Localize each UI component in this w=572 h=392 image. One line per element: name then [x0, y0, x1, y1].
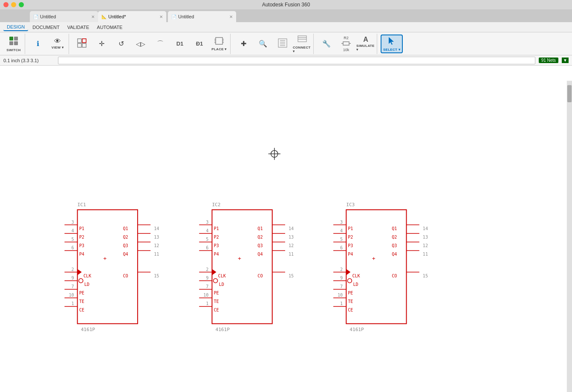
- menu-validate[interactable]: VALIDATE: [64, 24, 93, 31]
- view-button[interactable]: 👁 VIEW ▾: [48, 35, 67, 53]
- svg-text:5: 5: [206, 237, 208, 242]
- tab-3-icon: 📄: [171, 14, 176, 19]
- zoom-icon: 🔍: [259, 40, 267, 47]
- toolbar-group-view: ℹ 👁 VIEW ▾: [27, 34, 69, 54]
- svg-text:3: 3: [206, 220, 208, 225]
- close-button[interactable]: [3, 2, 9, 7]
- eye-icon: 👁: [54, 38, 61, 45]
- svg-text:7: 7: [340, 284, 343, 289]
- place-d1b-button[interactable]: Ð1: [190, 35, 209, 53]
- view-info-button[interactable]: ℹ: [29, 35, 47, 53]
- tab-2-close[interactable]: ✕: [159, 14, 163, 19]
- resistor-button[interactable]: R2 10k: [337, 35, 355, 53]
- rotate-button[interactable]: ↺: [112, 35, 130, 53]
- svg-rect-5: [82, 39, 86, 43]
- svg-text:5: 5: [340, 237, 343, 242]
- svg-text:6: 6: [206, 245, 208, 250]
- resistor-label-top: R2: [344, 36, 349, 40]
- nets-dropdown[interactable]: ▼: [562, 58, 569, 63]
- svg-text:3: 3: [340, 220, 343, 225]
- ic3-vcc-plus: +: [372, 255, 376, 262]
- app-title: Autodesk Fusion 360: [262, 2, 310, 8]
- minimize-button[interactable]: [11, 2, 16, 7]
- rotate-icon: ↺: [118, 40, 124, 47]
- view-label: VIEW ▾: [52, 46, 64, 49]
- ic1-pin7-num: 7: [71, 284, 74, 289]
- svg-rect-0: [9, 37, 13, 40]
- svg-text:12: 12: [423, 243, 428, 248]
- toolbar-group-simulate: 🔧 R2 10k A SIMULATE ▾: [315, 34, 377, 54]
- svg-marker-26: [389, 37, 394, 45]
- ic2-part-label: 4161P: [216, 327, 230, 332]
- ic1-ld-circle: [79, 279, 83, 283]
- svg-text:Q4: Q4: [392, 252, 397, 257]
- switch-icon: [9, 36, 19, 47]
- svg-text:15: 15: [423, 274, 428, 278]
- place-grid-button[interactable]: [72, 35, 91, 53]
- tab-1[interactable]: 📄 Untitled ✕: [30, 11, 98, 22]
- ic1-pin14-num: 14: [154, 226, 159, 231]
- resistor-icon: [341, 41, 351, 47]
- window-controls: [3, 2, 24, 7]
- svg-text:Q1: Q1: [392, 226, 397, 231]
- svg-text:9: 9: [340, 276, 343, 280]
- command-input[interactable]: [58, 57, 535, 64]
- place-ic-button[interactable]: PLACE ▾: [210, 35, 228, 53]
- ic1-pin3-num: 3: [71, 220, 74, 225]
- select-label: SELECT ▾: [383, 48, 400, 52]
- ic2-box: [212, 210, 272, 323]
- place-d1a-button[interactable]: D1: [170, 35, 189, 53]
- svg-text:TE: TE: [348, 299, 353, 304]
- main-layout: IC1 4161P + 3 P1 4 P2 5 P3: [0, 66, 572, 392]
- scrollbar-right[interactable]: [567, 81, 572, 392]
- maximize-button[interactable]: [19, 2, 24, 7]
- svg-text:11: 11: [423, 252, 428, 257]
- svg-text:LD: LD: [219, 282, 224, 287]
- wire-button[interactable]: ⌒: [151, 35, 170, 53]
- sim1-button[interactable]: [273, 35, 292, 53]
- ic2-name-label: IC2: [212, 202, 220, 208]
- svg-text:Q3: Q3: [392, 243, 397, 248]
- ic3-component: IC3 4161P + 3 P1 4 P2 5 P3 6 P4 2 CLK: [333, 202, 428, 332]
- menu-automate[interactable]: AUTOMATE: [93, 24, 126, 31]
- move-button[interactable]: ✛: [92, 35, 111, 53]
- wrench-button[interactable]: 🔧: [317, 35, 336, 53]
- ic1-ce-label: CE: [79, 308, 84, 312]
- ic1-name-label: IC1: [78, 202, 86, 208]
- ic2-vcc-plus: +: [238, 255, 241, 262]
- svg-rect-23: [343, 42, 349, 45]
- tab-1-close[interactable]: ✕: [91, 14, 95, 19]
- tab-3[interactable]: 📄 Untitled ✕: [168, 11, 236, 22]
- ic1-co-label: CO: [123, 274, 128, 278]
- svg-rect-4: [78, 39, 81, 43]
- wire-icon: ⌒: [157, 40, 164, 47]
- tab-2[interactable]: 📐 Untitled* ✕: [98, 11, 166, 22]
- ic1-q2-label: Q2: [123, 235, 128, 239]
- svg-text:CO: CO: [257, 274, 263, 278]
- svg-text:1: 1: [340, 301, 343, 306]
- connect-button[interactable]: CONNECT ▾: [293, 35, 312, 53]
- menu-design[interactable]: DESIGN: [3, 23, 28, 31]
- svg-rect-7: [82, 43, 86, 47]
- tab-3-close[interactable]: ✕: [229, 14, 233, 19]
- select-button[interactable]: SELECT ▾: [381, 35, 403, 53]
- simulate-button[interactable]: A SIMULATE ▾: [356, 35, 375, 53]
- svg-text:1: 1: [206, 301, 208, 306]
- ic1-te-label: TE: [79, 299, 84, 304]
- connect-icon: [298, 34, 307, 45]
- menu-document[interactable]: DOCUMENT: [29, 24, 63, 31]
- svg-rect-2: [9, 41, 13, 45]
- svg-text:14: 14: [289, 226, 294, 231]
- svg-text:11: 11: [289, 252, 294, 257]
- canvas-area[interactable]: IC1 4161P + 3 P1 4 P2 5 P3: [0, 66, 572, 392]
- switch-button[interactable]: SWITCH: [4, 35, 23, 53]
- d1a-icon: D1: [176, 41, 184, 46]
- ic1-q4-label: Q4: [123, 252, 128, 257]
- zoom-button[interactable]: 🔍: [254, 35, 272, 53]
- mirror-button[interactable]: ◁▷: [131, 35, 150, 53]
- scrollbar-thumb-right[interactable]: [567, 85, 572, 102]
- svg-text:P4: P4: [214, 252, 219, 257]
- svg-text:P1: P1: [348, 226, 353, 231]
- net-button[interactable]: ✚: [234, 35, 253, 53]
- coords-display: 0.1 inch (3.3 3.1): [3, 58, 55, 63]
